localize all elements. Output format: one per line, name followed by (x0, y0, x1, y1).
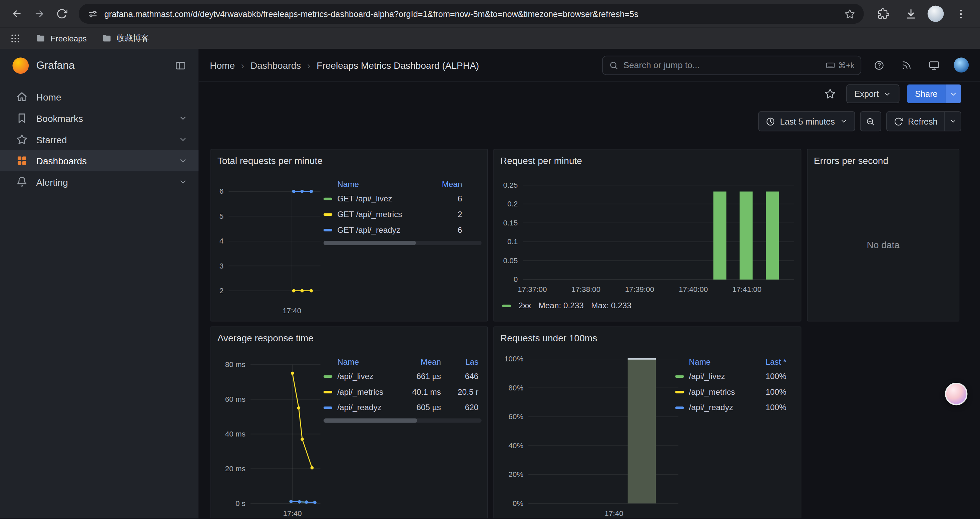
svg-text:17:40: 17:40 (283, 509, 302, 517)
kebab-menu-icon (955, 8, 967, 20)
back-button[interactable] (6, 3, 28, 24)
news-button[interactable] (896, 56, 916, 75)
breadcrumb-home[interactable]: Home (210, 60, 235, 70)
sidebar-item-starred[interactable]: Starred (0, 129, 199, 150)
download-icon (905, 8, 916, 20)
brand-title: Grafana (37, 59, 167, 72)
apps-shortcut[interactable] (10, 33, 21, 43)
legend-item[interactable]: GET /api/_metrics2 (323, 206, 482, 222)
clock-icon (766, 117, 775, 126)
favorite-dashboard-button[interactable] (821, 85, 838, 102)
bookmark-icon (16, 113, 28, 124)
chart-canvas[interactable]: 0.250.20.150.10.05017:37:0017:38:0017:39… (494, 150, 802, 322)
bookmark-folder-freeleaps[interactable]: Freeleaps (36, 33, 87, 43)
legend-item[interactable]: /api/_metrics100% (675, 384, 799, 400)
rss-icon (901, 60, 912, 70)
share-button[interactable]: Share (907, 85, 961, 103)
panel-requests-under-100ms: Requests under 100ms 100%80%60%40%20%0%1… (493, 326, 801, 518)
scrollbar-thumb[interactable] (323, 418, 417, 423)
legend-item[interactable]: /api/_readyz605 µs620 (323, 400, 482, 415)
series-color-swatch (675, 375, 684, 377)
sidebar-item-bookmarks[interactable]: Bookmarks (0, 107, 199, 129)
sidebar-item-label: Home (37, 91, 61, 102)
legend[interactable]: 2xx Mean: 0.233 Max: 0.233 (502, 301, 631, 310)
svg-text:80 ms: 80 ms (225, 360, 245, 369)
svg-text:3: 3 (220, 262, 224, 270)
svg-text:0.25: 0.25 (503, 181, 518, 189)
dashboards-grid-icon (16, 155, 28, 166)
grafana-logo[interactable] (12, 57, 29, 74)
panel-errors-per-second: Errors per second No data (807, 149, 959, 322)
sidebar-item-label: Bookmarks (37, 113, 83, 124)
svg-text:0 s: 0 s (235, 499, 245, 508)
legend-table: NameMeanLas/api/_livez661 µs646/api/_met… (323, 355, 482, 415)
help-button[interactable] (869, 56, 889, 75)
svg-text:17:40:00: 17:40:00 (679, 285, 708, 294)
scrollbar-thumb[interactable] (323, 241, 416, 245)
legend-table: NameMeanGET /api/_livez6GET /api/_metric… (323, 177, 482, 238)
refresh-interval-button[interactable] (944, 112, 961, 131)
sidebar-item-dashboards[interactable]: Dashboards (0, 150, 199, 171)
legend-header: NameMean (323, 177, 482, 191)
forward-button[interactable] (29, 3, 50, 24)
svg-text:17:37:00: 17:37:00 (518, 285, 547, 294)
svg-text:2: 2 (220, 287, 224, 295)
folder-icon (102, 33, 112, 43)
refresh-button[interactable]: Refresh (886, 112, 944, 131)
legend-header: NameMeanLas (323, 355, 482, 368)
browser-menu-button[interactable] (950, 3, 971, 24)
series-max: Max: 0.233 (591, 301, 631, 310)
bookmark-star-icon[interactable] (845, 8, 855, 19)
export-button[interactable]: Export (846, 85, 899, 103)
svg-text:60 ms: 60 ms (225, 395, 245, 404)
legend-item[interactable]: /api/_livez661 µs646 (323, 368, 482, 384)
panel-average-response-time: Average response time 80 ms60 ms40 ms20 … (210, 326, 488, 518)
breadcrumb-dashboards[interactable]: Dashboards (250, 60, 301, 70)
refresh-label: Refresh (908, 117, 938, 126)
reload-button[interactable] (51, 3, 73, 24)
site-settings-icon (88, 8, 98, 19)
share-label[interactable]: Share (907, 85, 946, 103)
browser-profile-avatar[interactable] (928, 6, 944, 22)
display-button[interactable] (924, 56, 943, 75)
legend-item[interactable]: GET /api/_readyz6 (323, 222, 482, 238)
share-menu-button[interactable] (946, 85, 961, 103)
sidebar-item-label: Dashboards (37, 155, 87, 166)
svg-text:17:41:00: 17:41:00 (732, 285, 762, 294)
legend-scrollbar[interactable] (323, 418, 482, 423)
dashboard-actions: Export Share (199, 82, 980, 105)
downloads-button[interactable] (900, 3, 921, 24)
legend-header: NameLast * (675, 355, 799, 368)
floating-avatar[interactable] (945, 383, 967, 405)
legend-item[interactable]: /api/_metrics40.1 ms20.5 r (323, 384, 482, 400)
legend-item[interactable]: GET /api/_livez6 (323, 191, 482, 206)
svg-text:0.15: 0.15 (503, 219, 518, 227)
search-placeholder: Search or jump to... (624, 60, 821, 70)
extensions-button[interactable] (873, 3, 894, 24)
zoom-out-button[interactable] (860, 111, 881, 131)
star-icon (824, 88, 836, 99)
legend-item[interactable]: /api/_readyz100% (675, 400, 799, 415)
legend-item[interactable]: /api/_livez100% (675, 368, 799, 384)
sidebar-collapse-button[interactable] (175, 60, 186, 72)
apps-grid-icon (10, 33, 21, 43)
time-controls: Last 5 minutes Refresh (199, 111, 980, 131)
sidebar-item-home[interactable]: Home (0, 86, 199, 107)
extensions-puzzle-icon (877, 8, 889, 20)
chevron-down-icon (949, 90, 957, 98)
svg-text:17:38:00: 17:38:00 (571, 285, 600, 294)
search-icon (609, 61, 619, 70)
browser-toolbar: grafana.mathmast.com/d/deytv4rwavabkb/fr… (0, 0, 980, 27)
bookmark-folder-blogs[interactable]: 收藏博客 (102, 32, 149, 44)
url-bar[interactable]: grafana.mathmast.com/d/deytv4rwavabkb/fr… (79, 4, 864, 24)
panel-left-icon (175, 60, 186, 72)
series-name: 2xx (519, 301, 531, 310)
user-avatar[interactable] (954, 57, 969, 72)
sidebar-item-alerting[interactable]: Alerting (0, 171, 199, 193)
time-range-picker[interactable]: Last 5 minutes (758, 111, 855, 131)
svg-text:0.2: 0.2 (508, 200, 518, 208)
no-data-message: No data (808, 150, 959, 321)
chevron-down-icon (179, 135, 188, 144)
search-input[interactable]: Search or jump to... ⌘+k (602, 56, 861, 75)
legend-scrollbar[interactable] (323, 241, 482, 245)
